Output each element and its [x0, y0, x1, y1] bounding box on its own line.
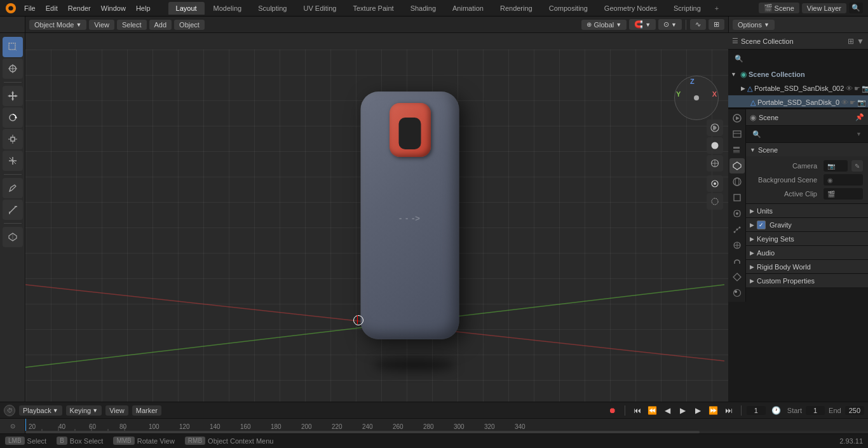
select-menu[interactable]: Select — [117, 20, 147, 30]
add-cube-button[interactable] — [3, 227, 23, 247]
view-menu-tl[interactable]: View — [105, 405, 128, 416]
ruler-left-icon[interactable]: ⊙ — [0, 419, 25, 433]
viewport-shading-rendered[interactable] — [707, 119, 723, 136]
custom-props-header[interactable]: ▶ Custom Properties — [746, 273, 868, 287]
material-props-icon[interactable] — [729, 285, 745, 301]
timeline-track[interactable]: 20 40 60 80 100 120 140 160 180 200 220 … — [25, 419, 868, 433]
tab-uv-editing[interactable]: UV Editing — [295, 2, 344, 15]
scroll-thumb[interactable] — [25, 431, 700, 433]
prev-keyframe-button[interactable]: ⏪ — [646, 404, 660, 417]
viewport-canvas[interactable]: - - -> X Y Z — [25, 50, 728, 402]
view-layer-props-icon[interactable] — [729, 142, 745, 158]
menu-edit[interactable]: Edit — [41, 3, 63, 13]
scene-section-header[interactable]: ▼ Scene — [746, 142, 868, 156]
grid-snap-btn[interactable]: ⊞ — [709, 19, 724, 30]
view-layer-selector[interactable]: View Layer — [802, 3, 846, 13]
gizmo-circle[interactable] — [674, 76, 719, 120]
skip-to-end-button[interactable]: ⏭ — [722, 404, 736, 417]
transform-orientation[interactable]: ⊕ Global ▼ — [581, 20, 627, 30]
proportional-edit[interactable]: ⊙ ▼ — [658, 19, 682, 30]
add-workspace-button[interactable]: + — [710, 2, 724, 15]
gravity-section-header[interactable]: ▶ ✓ Gravity — [746, 217, 868, 231]
tab-geometry-nodes[interactable]: Geometry Nodes — [597, 2, 665, 15]
gizmo-z-axis[interactable]: Z — [690, 78, 695, 85]
render-props-icon[interactable] — [729, 111, 745, 126]
keying-sets-header[interactable]: ▶ Keying Sets — [746, 231, 868, 245]
menu-file[interactable]: File — [19, 3, 41, 13]
tab-texture-paint[interactable]: Texture Paint — [345, 2, 401, 15]
world-props-icon[interactable] — [729, 174, 745, 189]
scale-tool-button[interactable] — [3, 129, 23, 149]
navigation-gizmo[interactable]: X Y Z — [671, 72, 722, 123]
tab-compositing[interactable]: Compositing — [541, 2, 595, 15]
physics-props-icon[interactable] — [729, 238, 745, 253]
move-tool-button[interactable] — [3, 86, 23, 106]
end-frame-field[interactable]: 250 — [845, 406, 864, 415]
render-icon-2[interactable]: 📷 — [857, 98, 866, 107]
active-clip-value[interactable]: 🎬 — [824, 188, 863, 200]
mode-selector[interactable]: Object Mode ▼ — [29, 20, 86, 30]
outliner-search-box[interactable]: 🔍 — [731, 51, 865, 65]
object-data-props-icon[interactable] — [729, 269, 745, 285]
camera-value[interactable]: 📷 — [824, 160, 848, 172]
show-overlays-button[interactable] — [707, 175, 723, 192]
tab-sculpting[interactable]: Sculpting — [250, 2, 294, 15]
prev-frame-button[interactable]: ◀ — [661, 404, 675, 417]
start-frame-field[interactable]: 1 — [806, 406, 825, 415]
menu-window[interactable]: Window — [96, 3, 131, 13]
marker-menu[interactable]: Marker — [132, 405, 161, 416]
object-props-icon[interactable] — [729, 190, 745, 205]
options-button[interactable]: Options ▼ — [733, 20, 775, 30]
gravity-checkbox[interactable]: ✓ — [757, 221, 766, 229]
audio-section-header[interactable]: ▶ Audio — [746, 245, 868, 259]
outliner-search-input[interactable] — [746, 55, 862, 62]
eye-icon-1[interactable]: 👁 — [846, 85, 853, 93]
filter-icon[interactable]: ⊞ — [848, 37, 854, 46]
current-frame-field[interactable]: 1 — [747, 406, 766, 415]
props-pin-icon[interactable]: 📌 — [855, 113, 864, 121]
gizmo-x-axis[interactable]: X — [712, 90, 717, 98]
view-menu[interactable]: View — [89, 20, 114, 30]
modifier-props-icon[interactable] — [729, 206, 745, 221]
cursor-tool-button[interactable] — [3, 58, 23, 79]
tab-scripting[interactable]: Scripting — [666, 2, 709, 15]
annotate-tool-button[interactable] — [3, 178, 23, 198]
play-button[interactable]: ▶ — [676, 404, 690, 417]
playback-menu[interactable]: Playback ▼ — [19, 405, 62, 416]
props-search-input[interactable] — [764, 130, 853, 138]
select-tool-button[interactable] — [3, 37, 23, 57]
tab-animation[interactable]: Animation — [445, 2, 491, 15]
rigid-body-header[interactable]: ▶ Rigid Body World — [746, 259, 868, 273]
gizmo-y-axis[interactable]: Y — [676, 90, 681, 98]
camera-pick-btn[interactable]: ✎ — [851, 160, 863, 172]
timeline-ruler[interactable]: ⊙ 20 40 60 80 100 120 140 160 180 200 22… — [0, 418, 868, 433]
add-menu[interactable]: Add — [149, 20, 172, 30]
render-icon-1[interactable]: 📷 — [862, 85, 868, 93]
frame-rate-button[interactable]: 🕐 — [770, 404, 783, 417]
graph-icon-btn[interactable]: ∿ — [690, 19, 706, 30]
tab-rendering[interactable]: Rendering — [492, 2, 540, 15]
particles-props-icon[interactable] — [729, 222, 745, 237]
snapping-menu[interactable]: 🧲 ▼ — [629, 19, 656, 30]
bg-scene-value[interactable]: ◉ — [824, 174, 863, 186]
measure-tool-button[interactable] — [3, 200, 23, 220]
rotate-tool-button[interactable] — [3, 107, 23, 128]
keying-menu[interactable]: Keying ▼ — [66, 405, 102, 416]
transform-tool-button[interactable] — [3, 151, 23, 171]
outliner-item-portable-0[interactable]: △ Portable_SSD_SanDisk_0 👁 ☛ 📷 — [728, 95, 868, 109]
units-section-header[interactable]: ▶ Units — [746, 203, 868, 217]
select-icon-2[interactable]: ☛ — [850, 98, 856, 107]
3d-viewport[interactable]: User Perspective (1) Scene Collection — [25, 33, 728, 402]
menu-help[interactable]: Help — [131, 3, 156, 13]
eye-icon-2[interactable]: 👁 — [841, 98, 848, 107]
constraints-props-icon[interactable] — [729, 254, 745, 269]
search-box[interactable]: 🔍 — [849, 3, 863, 13]
timeline-icon-btn[interactable]: ⏱ — [4, 405, 15, 416]
outliner-item-portable-002[interactable]: ▶ △ Portable_SSD_SanDisk_002 👁 ☛ 📷 — [728, 81, 868, 95]
xray-toggle[interactable] — [707, 193, 723, 210]
record-button[interactable]: ⏺ — [606, 404, 620, 417]
object-menu[interactable]: Object — [174, 20, 205, 30]
scene-selector[interactable]: 🎬 Scene — [759, 3, 799, 13]
next-frame-button[interactable]: ▶ — [691, 404, 705, 417]
tab-modeling[interactable]: Modeling — [206, 2, 250, 15]
